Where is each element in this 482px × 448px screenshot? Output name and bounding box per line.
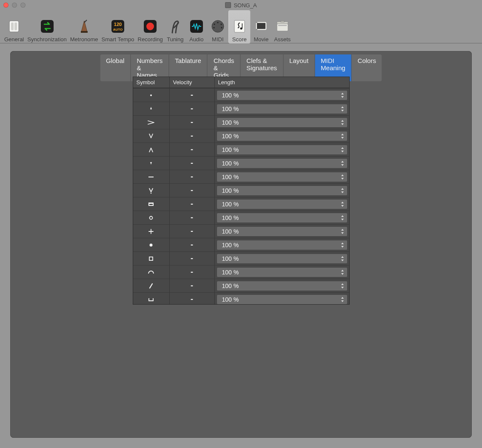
toolbar-label: General [4,36,24,43]
tuning-icon [166,18,184,34]
toolbar-label: Synchronization [27,36,67,43]
length-select[interactable]: 100 % [217,267,348,277]
general-icon [5,18,23,34]
velocity-field[interactable]: - [170,143,215,156]
stepper-icon[interactable] [339,241,345,249]
velocity-field[interactable]: - [170,238,215,251]
window-title-text: SONG_A [234,2,257,9]
stepper-icon[interactable] [339,214,345,222]
toolbar-synchronization[interactable]: Synchronization [26,10,68,43]
symbol-v-dot-icon [133,184,170,197]
zoom-button[interactable] [20,3,26,8]
stepper-icon[interactable] [339,160,345,167]
length-select[interactable]: 100 % [217,131,348,141]
toolbar-label: Movie [254,36,269,43]
velocity-field[interactable]: - [170,265,215,279]
stepper-icon[interactable] [339,282,345,290]
svg-rect-0 [9,21,19,32]
stepper-icon[interactable] [339,173,345,181]
toolbar-tuning[interactable]: Tuning [165,10,186,43]
velocity-field[interactable]: - [170,88,215,102]
svg-rect-30 [148,177,154,177]
stepper-icon[interactable] [339,200,345,208]
length-select[interactable]: 100 % [217,254,348,264]
velocity-field[interactable]: - [170,252,215,265]
minimize-button[interactable] [12,3,17,8]
close-button[interactable] [3,3,9,8]
header-symbol: Symbol [133,77,170,88]
toolbar-score[interactable]: Score [228,10,251,43]
length-select[interactable]: 100 % [217,172,348,182]
length-value: 100 % [222,255,239,262]
length-select[interactable]: 100 % [217,240,348,250]
velocity-field[interactable]: - [170,225,215,238]
symbol-v-down-icon [133,129,170,143]
length-select[interactable]: 100 % [217,158,348,168]
toolbar-recording[interactable]: Recording [136,10,165,43]
symbol-accent-icon [133,116,170,129]
length-select[interactable]: 100 % [217,145,348,155]
stepper-icon[interactable] [339,187,345,194]
symbol-square-outline-icon [133,252,170,265]
stepper-icon[interactable] [339,228,345,235]
velocity-field[interactable]: - [170,102,215,115]
length-select[interactable]: 100 % [217,213,348,223]
stepper-icon[interactable] [339,268,345,276]
metronome-icon [75,18,93,34]
svg-point-17 [221,27,222,28]
velocity-field[interactable]: - [170,157,215,170]
svg-rect-23 [256,22,257,23]
toolbar-movie[interactable]: Movie [251,10,272,43]
stepper-icon[interactable] [339,296,345,303]
svg-point-31 [151,192,152,194]
table-row: - 100 % [133,292,349,305]
toolbar-smarttempo[interactable]: 120AUTO Smart Tempo [100,10,136,43]
stepper-icon[interactable] [339,146,345,154]
velocity-field[interactable]: - [170,197,215,211]
stepper-icon[interactable] [339,105,345,113]
preferences-window: SONG_A General Synchronization Metronome… [0,0,482,448]
stepper-icon[interactable] [339,91,345,99]
length-select[interactable]: 100 % [217,90,348,100]
velocity-field[interactable]: - [170,170,215,183]
table-row: - 100 % [133,224,349,238]
score-icon [231,18,248,34]
velocity-field[interactable]: - [170,184,215,197]
length-select[interactable]: 100 % [217,117,348,128]
toolbar-audio[interactable]: Audio [186,10,207,43]
velocity-field[interactable]: - [170,116,215,129]
toolbar-label: Metronome [70,36,98,43]
toolbar-general[interactable]: General [3,10,26,43]
svg-rect-35 [149,257,153,260]
table-row: - 100 % [133,129,349,143]
stepper-icon[interactable] [339,132,345,140]
length-select[interactable]: 100 % [217,281,348,291]
length-select[interactable]: 100 % [217,199,348,209]
length-select[interactable]: 100 % [217,104,348,114]
stepper-icon[interactable] [339,255,345,263]
svg-rect-27 [281,21,284,22]
velocity-field[interactable]: - [170,129,215,143]
table-row: - 100 % [133,170,349,183]
tab-global[interactable]: Global [100,54,131,81]
toolbar-midi[interactable]: MIDI [207,10,228,43]
toolbar-label: Assets [274,36,291,43]
length-select[interactable]: 100 % [217,226,348,237]
table-row: - 100 % [133,197,349,211]
length-value: 100 % [222,269,239,276]
toolbar-metronome[interactable]: Metronome [68,10,100,43]
svg-point-16 [213,27,214,28]
length-select[interactable]: 100 % [217,185,348,196]
toolbar-label: Smart Tempo [102,36,134,43]
velocity-field[interactable]: - [170,293,215,305]
length-select[interactable]: 100 % [217,294,348,305]
symbol-tenuto-icon [133,170,170,183]
tab-colors[interactable]: Colors [352,54,382,81]
velocity-field[interactable]: - [170,211,215,224]
table-row: - 100 % [133,211,349,224]
svg-rect-1 [11,23,14,30]
velocity-field[interactable]: - [170,279,215,292]
stepper-icon[interactable] [339,119,345,126]
length-value: 100 % [222,119,239,126]
toolbar-assets[interactable]: Assets [272,10,293,43]
